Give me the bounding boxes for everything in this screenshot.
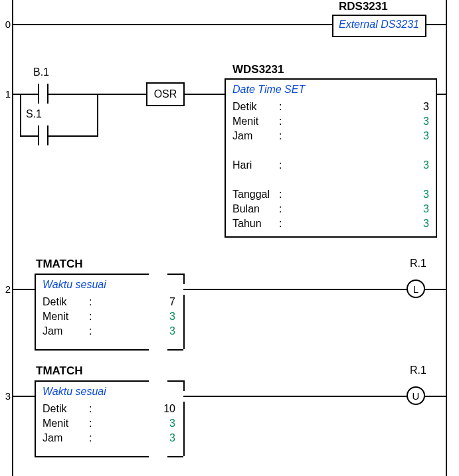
rds-head: External DS3231 <box>339 19 420 31</box>
wire <box>53 94 97 95</box>
wire <box>30 94 38 95</box>
tmatch3-block[interactable]: Waktu sesuai Detik : 10 Menit : 3 Jam : … <box>35 380 183 452</box>
wds-row-detik: Detik : 3 <box>232 100 429 114</box>
wire <box>425 396 446 397</box>
wire <box>97 94 146 95</box>
wds-row-hari: Hari : 3 <box>232 158 429 173</box>
wds-row-tahun: Tahun : 3 <box>232 216 429 231</box>
coil-latch[interactable]: L <box>407 279 425 298</box>
wire <box>185 94 225 95</box>
rds-block[interactable]: External DS3231 <box>332 15 426 37</box>
wds-row-jam: Jam : 3 <box>232 129 429 143</box>
wire <box>13 24 332 25</box>
tmatch3-row-menit: Menit : 3 <box>43 416 175 431</box>
wire <box>183 396 407 397</box>
wds-title: WDS3231 <box>232 63 284 76</box>
contact-s1-label: S.1 <box>26 108 42 120</box>
wds-row-bulan: Bulan : 3 <box>232 202 429 216</box>
osr-box[interactable]: OSR <box>146 82 185 106</box>
wds-row-tanggal: Tanggal : 3 <box>232 187 429 202</box>
wds-block[interactable]: Date Time SET Detik : 3 Menit : 3 Jam : … <box>225 78 437 238</box>
coil-r3-label: R.1 <box>410 364 426 376</box>
tmatch3-row-jam: Jam : 3 <box>43 431 175 445</box>
tmatch2-row-detik: Detik : 7 <box>43 295 175 309</box>
wire <box>13 289 35 290</box>
left-power-rail <box>12 0 13 476</box>
rung-number-0: 0 <box>0 19 11 30</box>
wds-row-menit: Menit : 3 <box>232 114 429 129</box>
tmatch3-head: Waktu sesuai <box>43 386 175 398</box>
tmatch2-title: TMATCH <box>36 258 83 271</box>
rung-number-1: 1 <box>0 88 11 100</box>
wire <box>20 94 21 135</box>
rds-title: RDS3231 <box>339 0 388 13</box>
tmatch3-row-detik: Detik : 10 <box>43 402 175 416</box>
wire <box>437 94 446 95</box>
wire <box>425 289 446 290</box>
wire <box>97 94 98 137</box>
tmatch2-head: Waktu sesuai <box>43 279 175 291</box>
wire <box>425 24 446 25</box>
tmatch2-block[interactable]: Waktu sesuai Detik : 7 Menit : 3 Jam : 3 <box>35 274 183 345</box>
tmatch3-title: TMATCH <box>36 364 83 378</box>
contact-b1-label: B.1 <box>33 66 49 78</box>
wire <box>30 135 38 137</box>
tmatch2-row-jam: Jam : 3 <box>43 324 175 339</box>
right-power-rail <box>446 0 447 476</box>
rung-number-2: 2 <box>0 283 11 295</box>
wire <box>13 396 35 397</box>
coil-r2-label: R.1 <box>410 258 426 270</box>
wire <box>183 289 407 290</box>
wire <box>53 135 98 137</box>
coil-unlatch[interactable]: U <box>407 386 425 405</box>
osr-label: OSR <box>154 88 177 100</box>
rung-number-3: 3 <box>0 390 11 402</box>
wds-head: Date Time SET <box>232 84 429 96</box>
ladder-diagram: 0 RDS3231 External DS3231 1 B.1 S.1 OSR … <box>0 0 459 476</box>
tmatch2-row-menit: Menit : 3 <box>43 309 175 324</box>
